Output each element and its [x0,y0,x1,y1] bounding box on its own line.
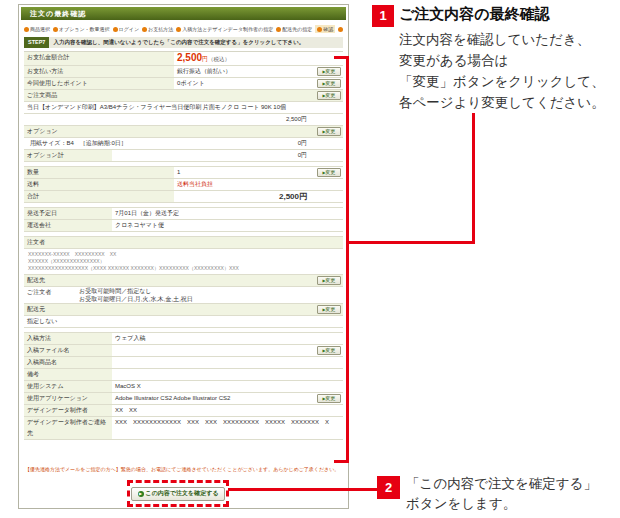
row-value: XXX XXXXXXXXXXXX XXX XXX XXXXXXXXX XXXXX… [112,417,343,439]
section-label: ご注文商品 [24,90,60,101]
section-header-row: オプション▶変更 [24,126,343,138]
table-row: デザインデータ制作者ご連絡先XXX XXXXXXXXXXXX XXX XXX X… [24,417,343,440]
table-row: XXXXXXX-XXXXX XXXXXXXXX XXXXXXXX（XXXXXXX… [24,249,343,275]
confirm-order-button[interactable]: ▶ この内容で注文を確定する [131,487,226,501]
annotation2-line: ボタンをします。 [406,494,597,514]
annotation1-line: 変更がある場合は [399,50,605,71]
section-header-row: 配送先▶変更 [24,275,343,287]
table-row: 合計2,500円 [24,191,343,203]
nav-step-3[interactable]: ログイン [113,26,139,32]
row-value: 7月01日（金）発送予定 [112,208,343,219]
info-line: XXXXXX（XXXXXXXXXXXXXX） [28,258,239,265]
row-value [112,369,343,380]
nav-step-6[interactable]: 配送先の指定 [276,26,312,32]
step-marker-icon [338,27,343,32]
section-label: オプション [24,126,61,137]
step-marker-icon [24,27,29,32]
row-value: お受取可能時間／指定なしお受取可能曜日／日,月,火,水,木,金,土,祝日 [76,287,343,303]
row-value [112,357,343,368]
annotation1-line: 「変更」ボタンをクリックして、 [399,71,605,92]
nav-step-label: 配送先の指定 [282,26,312,32]
value-line: お受取可能曜日／日,月,火,水,木,金,土,祝日 [79,295,340,303]
step-marker-icon [317,27,322,32]
row-label: 入稿方法 [24,333,112,344]
row-label: 今回使用したポイント [24,78,174,89]
row-label: 使用システム [24,381,112,392]
total-amount: 2,500円 [174,191,343,202]
connector-bracket-tick-top [334,56,346,59]
row-value: クロネコヤマト便 [112,220,343,231]
table-row: 送料送料当社負担 [24,179,343,191]
row-label: 数量 [24,167,174,178]
section-label: 注文者 [24,237,48,248]
change-button[interactable]: ▶変更 [317,67,341,76]
table-row: 2,500円 [24,114,343,126]
price-amount: 2,500 [177,52,202,63]
table-row: 入稿商品名 [24,357,343,369]
connector-bracket-tick-bottom [334,460,346,463]
page-title: 注文の最終確認 [21,7,346,20]
line-amount: 2,500円 [24,114,343,125]
nav-step-label: お支払方法 [148,26,173,32]
change-button[interactable]: ▶変更 [317,305,341,314]
row-label: お支払い方法 [24,66,174,77]
change-label: 変更 [326,347,336,353]
change-label: 変更 [326,306,336,312]
subtotal-amount: 0円 [112,150,343,161]
connector-branch-vertical [472,113,475,244]
nav-step-5[interactable]: 入稿方法とデザインデータ制作者の指定 [176,26,273,32]
table-row: オプション計0円 [24,150,343,162]
nav-step-2[interactable]: オプション・数量選択 [53,26,110,32]
nav-step-1[interactable]: 商品選択 [24,26,50,32]
info-line: XXXXXXX-XXXXX XXXXXXXXX XX [28,251,239,258]
section-header-row: 配送元▶変更 [24,304,343,316]
row-label: 入稿ファイル名 [24,345,112,356]
annotation1-number-badge: 1 [372,5,394,27]
change-label: 変更 [326,169,336,175]
change-button[interactable]: ▶変更 [317,394,341,403]
nav-step-4[interactable]: お支払方法 [142,26,173,32]
step-text: 入力内容を確認し、間違いないようでしたら「この内容で注文を確定する」をクリックし… [49,37,343,48]
breadcrumb: 商品選択オプション・数量選択ログインお支払方法入稿方法とデザインデータ制作者の指… [24,25,343,33]
change-button[interactable]: ▶変更 [317,79,341,88]
change-button[interactable]: ▶変更 [317,346,341,355]
nav-step-label: 確認 [323,26,333,32]
order-confirmation-screenshot: 注文の最終確認 商品選択オプション・数量選択ログインお支払方法入稿方法とデザイン… [18,4,349,509]
nav-step-7[interactable]: 確認 [315,25,335,33]
row-label: 合計 [24,191,174,202]
row-label: 送料 [24,179,174,190]
confirm-arrow-icon: ▶ [138,491,144,497]
row-text: 当日【オンデマンド印刷】A3/B4チラシ・フライヤー当日便印刷 片面モノクロ コ… [24,102,343,113]
nav-step-label: オプション・数量選択 [59,26,110,32]
step-marker-icon [113,27,118,32]
change-button[interactable]: ▶変更 [317,91,341,100]
table-row: お支払い方法銀行振込（前払い）▶変更 [24,66,343,78]
step-marker-icon [276,27,281,32]
row-value: MacOS X [112,381,343,392]
connector-bracket-vertical [346,56,349,463]
nav-step-8[interactable]: 注文完了 [338,26,343,32]
row-value: 送料当社負担 [174,179,343,190]
change-label: 変更 [326,277,336,283]
table-row: 用紙サイズ：B4 ［追加納期:0日］0円 [24,138,343,150]
change-button[interactable]: ▶変更 [317,168,341,177]
row-label: お支払金額合計 [24,52,174,65]
payment-total: 2,500円（税込） [174,52,343,65]
annotation2-line: 「この内容で注文を確定する」 [406,474,597,494]
table-row: 入稿ファイル名▶変更 [24,345,343,357]
nav-step-label: ログイン [119,26,139,32]
change-label: 変更 [326,395,336,401]
row-label: 備考 [24,369,112,380]
change-button[interactable]: ▶変更 [317,127,341,136]
table-row: 備考 [24,369,343,381]
customer-info: XXXXXXX-XXXXX XXXXXXXXX XXXXXXXX（XXXXXXX… [24,249,243,274]
change-label: 変更 [326,68,336,74]
section-label: 配送元 [24,304,48,315]
table-row: 使用システムMacOS X [24,381,343,393]
table-row: 発送予定日7月01日（金）発送予定 [24,208,343,220]
change-button[interactable]: ▶変更 [317,276,341,285]
table-row: ご注文者お受取可能時間／指定なしお受取可能曜日／日,月,火,水,木,金,土,祝日 [24,287,343,304]
confirm-order-label: この内容で注文を確定する [146,489,219,498]
row-label: デザインデータ制作者 [24,405,112,416]
value-line: お受取可能時間／指定なし [79,287,340,295]
